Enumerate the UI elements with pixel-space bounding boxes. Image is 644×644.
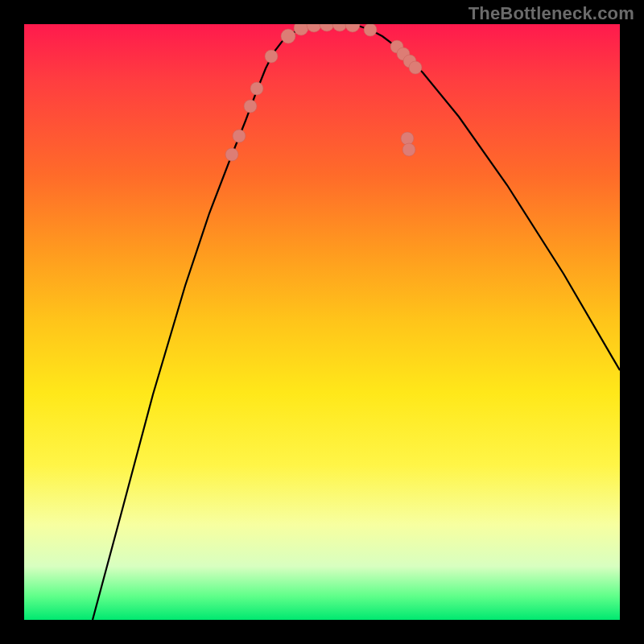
data-marker (401, 132, 414, 145)
data-marker (345, 24, 360, 32)
data-marker (294, 24, 308, 35)
data-marker (364, 24, 377, 36)
chart-frame: TheBottleneck.com (0, 0, 644, 644)
data-marker (244, 100, 257, 113)
data-marker (281, 29, 295, 43)
data-marker (332, 24, 347, 31)
data-marker (233, 130, 246, 142)
data-marker (409, 61, 422, 74)
data-marker (320, 24, 334, 31)
data-marker (225, 148, 238, 161)
data-marker (402, 143, 415, 156)
data-marker (250, 82, 263, 95)
plot-area (24, 24, 620, 620)
data-marker (307, 24, 321, 32)
watermark-text: TheBottleneck.com (469, 3, 634, 24)
curve-svg (24, 24, 620, 620)
bottleneck-curve (93, 24, 620, 620)
data-marker (265, 50, 278, 63)
marker-group (225, 24, 422, 161)
